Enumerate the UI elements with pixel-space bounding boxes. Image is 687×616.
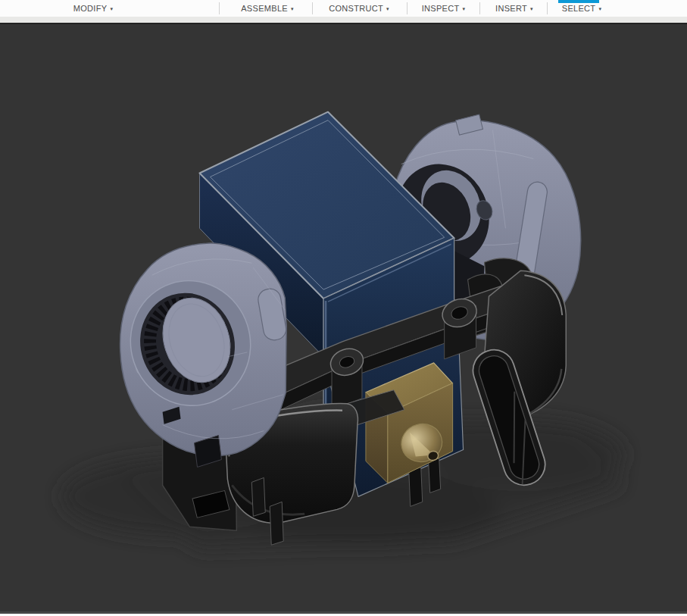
model-canvas[interactable] <box>0 24 687 614</box>
active-tab-indicator <box>558 0 599 3</box>
chevron-down-icon: ▾ <box>110 6 113 12</box>
chevron-down-icon: ▾ <box>291 6 294 12</box>
toolbar-separator <box>547 2 548 14</box>
menu-label: INSPECT <box>422 4 460 13</box>
chevron-down-icon: ▾ <box>462 6 465 12</box>
menu-label: SELECT <box>562 4 596 13</box>
menu-assemble[interactable]: ASSEMBLE▾ <box>233 0 301 17</box>
3d-viewport[interactable] <box>0 23 687 614</box>
menu-label: CONSTRUCT <box>329 4 383 13</box>
cad-application-window: { "toolbar": { "dropdown_icon": "▾", "ac… <box>0 0 687 616</box>
viewport-bottom-strip <box>0 611 687 614</box>
chevron-down-icon: ▾ <box>598 6 601 12</box>
toolbar-separator <box>407 2 408 14</box>
toolbar: MODIFY▾ ASSEMBLE▾ CONSTRUCT▾ INSPECT▾ IN… <box>0 0 687 17</box>
toolbar-separator <box>312 2 313 14</box>
menu-label: MODIFY <box>73 4 108 13</box>
chevron-down-icon: ▾ <box>530 6 533 12</box>
part-left-blower-fan[interactable] <box>114 243 288 467</box>
menu-insert[interactable]: INSERT▾ <box>488 0 541 17</box>
toolbar-separator <box>219 2 220 14</box>
menu-label: INSERT <box>495 4 527 13</box>
toolbar-separator <box>479 2 480 14</box>
menu-construct[interactable]: CONSTRUCT▾ <box>321 0 397 17</box>
chevron-down-icon: ▾ <box>386 6 389 12</box>
menu-label: ASSEMBLE <box>241 4 288 13</box>
menu-inspect[interactable]: INSPECT▾ <box>415 0 472 17</box>
menu-modify[interactable]: MODIFY▾ <box>67 0 120 17</box>
